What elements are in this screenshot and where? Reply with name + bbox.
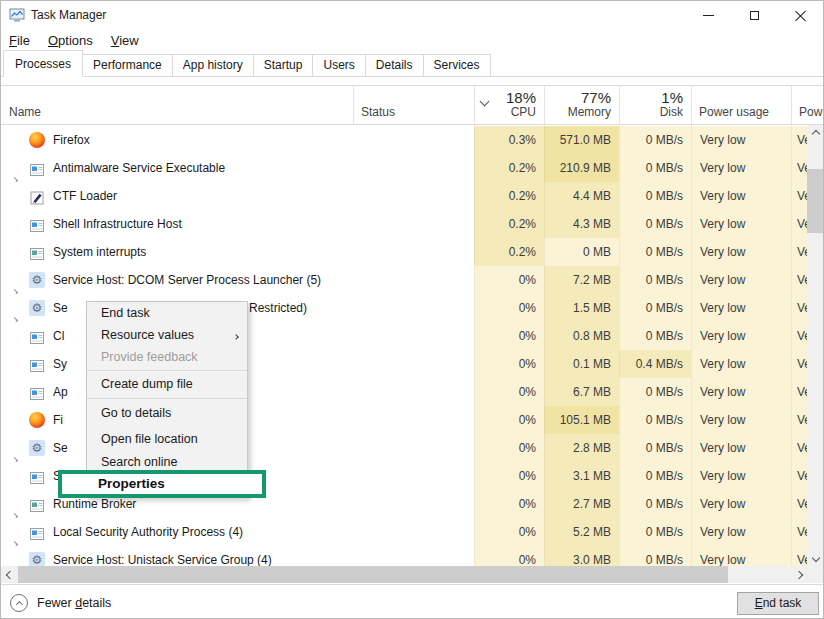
vertical-scrollbar[interactable] [807, 125, 824, 566]
disk-cell: 0 MB/s [619, 266, 691, 294]
disk-cell: 0 MB/s [619, 462, 691, 490]
horizontal-scrollbar[interactable] [1, 566, 807, 583]
column-header-status[interactable]: Status [361, 105, 395, 119]
minimize-icon [703, 15, 714, 16]
tab-app-history[interactable]: App history [172, 54, 254, 77]
column-header-cpu[interactable]: CPU [474, 105, 536, 119]
app-window-icon [29, 160, 45, 176]
power-trend-cell: Ve [791, 378, 807, 406]
process-row[interactable]: ⚙Service Host: DCOM Server Process Launc… [1, 266, 807, 294]
app-window-icon [29, 216, 45, 232]
process-row[interactable]: Local Security Authority Process (4)0%5.… [1, 518, 807, 546]
memory-cell: 571.0 MB [544, 126, 619, 154]
cpu-cell: 0% [474, 406, 544, 434]
process-name-cell: Local Security Authority Process (4) [1, 518, 353, 546]
menubar-item-file[interactable]: File [7, 33, 38, 48]
cpu-cell: 0% [474, 518, 544, 546]
power-usage-cell: Very low [691, 406, 791, 434]
vertical-scrollbar-thumb[interactable] [807, 169, 824, 233]
process-row[interactable]: Firefox0.3%571.0 MB0 MB/sVery lowVe [1, 126, 807, 154]
annotation-highlight: Properties [58, 470, 266, 498]
tab-services[interactable]: Services [423, 54, 491, 77]
tab-details[interactable]: Details [365, 54, 424, 77]
status-cell [353, 490, 474, 518]
column-header-pow[interactable]: Pow [799, 105, 822, 119]
context-menu-item-search-online[interactable]: Search online [87, 452, 247, 472]
context-menu-item-go-to-details[interactable]: Go to details [87, 400, 247, 426]
column-header-percent-cpu: 18% [474, 89, 536, 106]
status-cell [353, 210, 474, 238]
power-usage-cell: Very low [691, 378, 791, 406]
close-button[interactable] [777, 1, 823, 29]
horizontal-scrollbar-thumb[interactable] [18, 566, 728, 583]
expander-icon[interactable] [12, 557, 17, 566]
context-menu-item-resource-values[interactable]: Resource values [87, 324, 247, 346]
expander-icon[interactable] [12, 445, 17, 462]
power-usage-cell: Very low [691, 322, 791, 350]
maximize-button[interactable] [731, 1, 777, 29]
context-menu-item-properties[interactable]: Properties [62, 474, 262, 494]
task-manager-window: Task Manager FileOptionsView ProcessesPe… [0, 0, 824, 619]
process-name: Cl [53, 322, 64, 350]
disk-cell: 0.4 MB/s [619, 350, 691, 378]
scroll-left-button[interactable] [1, 566, 18, 583]
tab-users[interactable]: Users [312, 54, 365, 77]
fewer-details-toggle[interactable]: Fewer details [10, 594, 111, 612]
minimize-button[interactable] [685, 1, 731, 29]
expander-icon[interactable] [12, 305, 17, 322]
process-name: Se [53, 294, 68, 322]
app-window-icon [29, 468, 45, 484]
service-gear-icon: ⚙ [29, 552, 45, 566]
menubar: FileOptionsView [1, 29, 823, 51]
context-menu-item-open-file-location[interactable]: Open file location [87, 426, 247, 452]
chevron-right-icon [794, 570, 802, 578]
power-trend-cell: Ve [791, 266, 807, 294]
cpu-cell: 0% [474, 378, 544, 406]
tab-performance[interactable]: Performance [82, 54, 173, 77]
disk-cell: 0 MB/s [619, 238, 691, 266]
column-header-disk[interactable]: Disk [619, 105, 683, 119]
power-trend-cell: Ve [791, 518, 807, 546]
column-header-name[interactable]: Name [9, 105, 41, 119]
context-menu-item-end-task[interactable]: End task [87, 302, 247, 324]
context-menu-item-create-dump-file[interactable]: Create dump file [87, 372, 247, 396]
tab-processes[interactable]: Processes [3, 50, 83, 77]
expander-icon[interactable] [12, 165, 17, 182]
status-cell [353, 350, 474, 378]
task-manager-icon [9, 7, 25, 23]
chevron-down-icon [812, 553, 820, 561]
process-row[interactable]: Shell Infrastructure Host0.2%4.3 MB0 MB/… [1, 210, 807, 238]
end-task-button[interactable]: End task [737, 592, 819, 615]
status-cell [353, 378, 474, 406]
tab-startup[interactable]: Startup [253, 54, 314, 77]
app-window-icon [29, 356, 45, 372]
scroll-down-button[interactable] [807, 549, 824, 566]
titlebar[interactable]: Task Manager [1, 1, 823, 29]
expander-icon[interactable] [12, 277, 17, 294]
expander-icon[interactable] [12, 501, 17, 518]
column-header-memory[interactable]: Memory [544, 105, 611, 119]
process-row[interactable]: ⚙Service Host: Unistack Service Group (4… [1, 546, 807, 566]
service-gear-icon: ⚙ [29, 300, 45, 316]
process-name: Service Host: DCOM Server Process Launch… [53, 266, 321, 294]
scroll-up-button[interactable] [807, 125, 824, 142]
memory-cell: 210.9 MB [544, 154, 619, 182]
disk-cell: 0 MB/s [619, 546, 691, 566]
column-header-power-usage[interactable]: Power usage [699, 105, 769, 119]
context-menu-item-provide-feedback[interactable]: Provide feedback [87, 346, 247, 368]
scroll-right-button[interactable] [790, 566, 807, 583]
disk-cell: 0 MB/s [619, 518, 691, 546]
power-usage-cell: Very low [691, 210, 791, 238]
header-column-separator [791, 86, 792, 124]
disk-cell: 0 MB/s [619, 322, 691, 350]
process-row[interactable]: Antimalware Service Executable0.2%210.9 … [1, 154, 807, 182]
process-row[interactable]: System interrupts0.2%0 MB0 MB/sVery lowV… [1, 238, 807, 266]
status-cell [353, 266, 474, 294]
expander-icon[interactable] [12, 529, 17, 546]
menubar-item-options[interactable]: Options [46, 33, 101, 48]
power-trend-cell: Ve [791, 154, 807, 182]
process-row[interactable]: CTF Loader0.2%4.4 MB0 MB/sVery lowVe [1, 182, 807, 210]
cpu-cell: 0% [474, 294, 544, 322]
cpu-cell: 0% [474, 490, 544, 518]
menubar-item-view[interactable]: View [109, 33, 147, 48]
